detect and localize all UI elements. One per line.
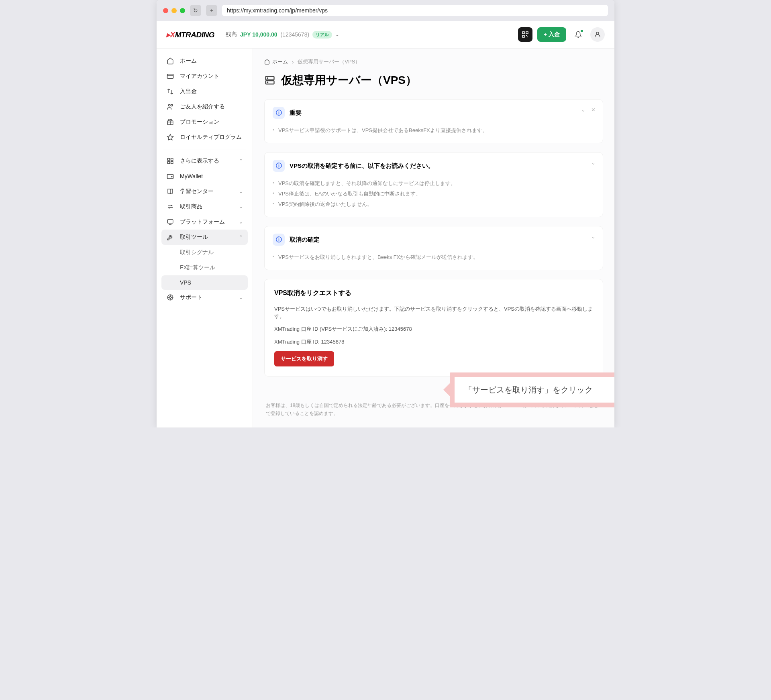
svg-rect-3	[526, 35, 527, 36]
profile-button[interactable]	[590, 27, 605, 42]
sidebar-item-products[interactable]: 取引商品⌄	[161, 199, 248, 214]
add-tab-button[interactable]: +	[206, 5, 217, 16]
minimize-window-icon[interactable]	[171, 8, 177, 13]
card-read-before: ⓘ VPSの取消を確定する前に、以下をお読みください。 ⌄ VPSの取消を確定し…	[264, 152, 603, 217]
svg-point-8	[169, 104, 171, 106]
info-icon: ⓘ	[273, 234, 285, 246]
sidebar-item-tools[interactable]: 取引ツール⌃	[161, 230, 248, 245]
card-request-cancel: VPS取消をリクエストする VPSサービスはいつでもお取り消しいただけます。下記…	[264, 279, 603, 376]
main-content: ホーム › 仮想専用サーバー（VPS） 仮想専用サーバー（VPS） ⓘ 重要 ⌄	[253, 49, 614, 427]
callout-text: 「サービスを取り消す」をクリック	[455, 377, 614, 403]
chevron-down-icon: ⌄	[239, 204, 243, 210]
logo[interactable]: ▸XMTRADING	[166, 30, 214, 39]
tools-icon	[166, 234, 174, 241]
sidebar-item-more[interactable]: さらに表示する⌃	[161, 153, 248, 169]
url-bar[interactable]: https://my.xmtrading.com/jp/member/vps	[222, 5, 608, 16]
request-account1: XMTrading 口座 ID (VPSサービスにご加入済み): 1234567…	[274, 326, 593, 333]
breadcrumb: ホーム › 仮想専用サーバー（VPS）	[264, 58, 603, 65]
card-important: ⓘ 重要 ⌄ ✕ VPSサービス申請後のサポートは、VPS提供会社であるBeek…	[264, 99, 603, 143]
qr-icon	[522, 31, 528, 38]
chevron-down-icon: ⌄	[239, 295, 243, 300]
support-icon	[166, 294, 174, 301]
refresh-button[interactable]: ↻	[190, 5, 201, 16]
request-title: VPS取消をリクエストする	[274, 289, 593, 297]
chevron-up-icon: ⌃	[239, 158, 243, 164]
account-type-badge: リアル	[312, 31, 332, 39]
breadcrumb-home[interactable]: ホーム	[264, 58, 288, 65]
card-icon	[166, 73, 174, 80]
svg-rect-4	[527, 37, 528, 37]
sidebar-item-refer[interactable]: ご友人を紹介する	[161, 99, 248, 114]
sidebar: ホーム マイアカウント 入出金 ご友人を紹介する プロモーション ロイヤルティプ…	[157, 49, 253, 427]
balance-amount: JPY 10,000.00	[240, 31, 277, 38]
svg-rect-0	[522, 32, 524, 34]
star-icon	[166, 134, 174, 141]
sidebar-item-support[interactable]: サポート⌄	[161, 290, 248, 305]
chevron-right-icon: ›	[292, 59, 294, 65]
card-title: 取消の確定	[290, 236, 320, 244]
card-title: 重要	[290, 109, 302, 117]
sidebar-item-promo[interactable]: プロモーション	[161, 114, 248, 130]
close-button[interactable]: ✕	[591, 107, 596, 113]
monitor-icon	[166, 218, 174, 226]
svg-rect-18	[167, 220, 173, 223]
browser-chrome: ↻ + https://my.xmtrading.com/jp/member/v…	[157, 0, 614, 21]
svg-rect-1	[526, 32, 528, 34]
app-header: ▸XMTRADING 残高 JPY 10,000.00 (12345678) リ…	[157, 21, 614, 49]
balance-label: 残高	[226, 31, 237, 38]
book-icon	[166, 188, 174, 195]
deposit-button[interactable]: +入金	[537, 27, 566, 42]
notifications-button[interactable]	[571, 27, 585, 42]
sidebar-item-learn[interactable]: 学習センター⌄	[161, 184, 248, 199]
chevron-down-icon: ⌄	[335, 32, 339, 37]
qr-button[interactable]	[518, 27, 532, 42]
card-title: VPSの取消を確定する前に、以下をお読みください。	[290, 162, 434, 170]
info-icon: ⓘ	[273, 107, 285, 119]
swap-icon	[166, 203, 174, 210]
divider	[163, 149, 246, 149]
breadcrumb-current: 仮想専用サーバー（VPS）	[298, 58, 360, 65]
collapse-button[interactable]: ⌄	[591, 160, 596, 166]
page-title: 仮想専用サーバー（VPS）	[264, 73, 603, 88]
sidebar-item-account[interactable]: マイアカウント	[161, 69, 248, 84]
balance-id: (12345678)	[280, 31, 309, 38]
list-item: VPSの取消を確定しますと、それ以降の通知なしにサービスは停止します。	[278, 178, 595, 189]
home-icon	[264, 59, 270, 65]
svg-rect-12	[167, 158, 169, 160]
sidebar-subitem-signals[interactable]: 取引シグナル	[161, 245, 248, 260]
svg-rect-2	[522, 35, 524, 37]
maximize-window-icon[interactable]	[180, 8, 185, 13]
svg-point-29	[267, 82, 268, 83]
collapse-button[interactable]: ⌄	[591, 234, 596, 240]
svg-rect-6	[167, 74, 173, 79]
close-window-icon[interactable]	[163, 8, 168, 13]
list-item: VPS停止後は、EAのいかなる取引も自動的に中断されます。	[278, 189, 595, 199]
sidebar-item-loyalty[interactable]: ロイヤルティプログラム	[161, 130, 248, 145]
user-icon	[594, 31, 601, 38]
balance-display[interactable]: 残高 JPY 10,000.00 (12345678) リアル ⌄	[226, 31, 339, 39]
list-item: VPSサービス申請後のサポートは、VPS提供会社であるBeeksFXより直接提供…	[278, 125, 595, 136]
bell-icon	[575, 31, 582, 38]
sidebar-item-platform[interactable]: プラットフォーム⌄	[161, 214, 248, 230]
sidebar-subitem-calculator[interactable]: FX計算ツール	[161, 260, 248, 275]
plus-icon: +	[544, 31, 547, 38]
svg-rect-13	[171, 158, 173, 160]
wallet-icon	[166, 173, 174, 180]
chevron-up-icon: ⌃	[239, 234, 243, 240]
server-icon	[264, 75, 275, 86]
list-item: VPS契約解除後の返金はいたしません。	[278, 199, 595, 210]
svg-point-28	[267, 78, 268, 79]
grid-icon	[166, 157, 174, 165]
cancel-service-button[interactable]: サービスを取り消す	[274, 351, 334, 366]
svg-point-9	[171, 104, 173, 106]
request-description: VPSサービスはいつでもお取り消しいただけます。下記のサービスを取り消すをクリッ…	[274, 305, 593, 320]
svg-rect-15	[171, 162, 173, 164]
svg-point-21	[169, 297, 171, 299]
card-confirm: ⓘ 取消の確定 ⌄ VPSサービスをお取り消ししされますと、Beeks FXから…	[264, 226, 603, 270]
sidebar-item-wallet[interactable]: MyWallet	[161, 169, 248, 184]
sidebar-item-home[interactable]: ホーム	[161, 53, 248, 69]
sidebar-item-deposit[interactable]: 入出金	[161, 84, 248, 99]
chevron-down-icon: ⌄	[239, 219, 243, 225]
collapse-button[interactable]: ⌄	[581, 107, 585, 113]
sidebar-subitem-vps[interactable]: VPS	[161, 275, 248, 290]
